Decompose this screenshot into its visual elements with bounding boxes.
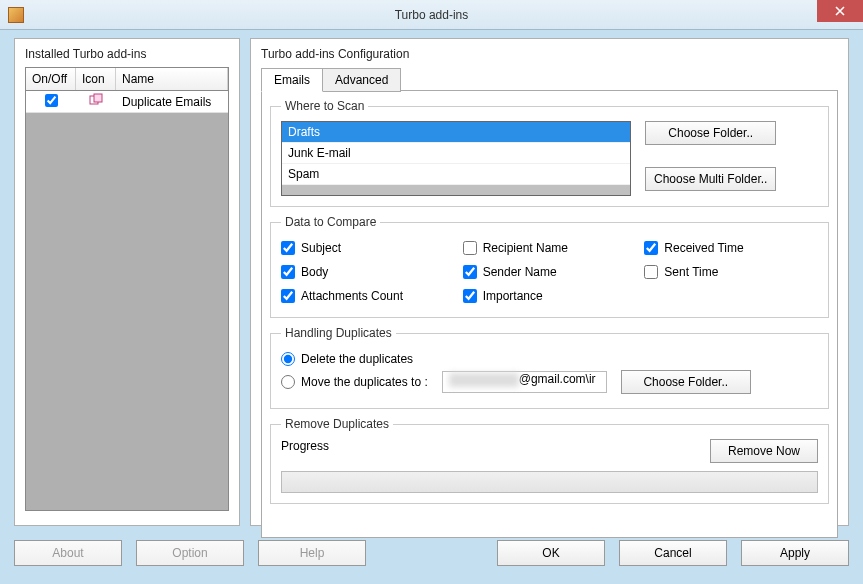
check-recipient-name[interactable]: Recipient Name <box>463 241 637 255</box>
option-button[interactable]: Option <box>136 540 244 566</box>
cancel-button[interactable]: Cancel <box>619 540 727 566</box>
radio-move-duplicates[interactable]: Move the duplicates to : <box>281 375 428 389</box>
installed-addins-heading: Installed Turbo add-ins <box>25 47 229 61</box>
folder-item[interactable]: Junk E-mail <box>282 143 630 164</box>
close-button[interactable] <box>817 0 863 22</box>
check-importance[interactable]: Importance <box>463 289 637 303</box>
check-attachments-count[interactable]: Attachments Count <box>281 289 455 303</box>
config-tabs: Emails Advanced <box>261 67 838 91</box>
about-button[interactable]: About <box>14 540 122 566</box>
choose-folder-button[interactable]: Choose Folder.. <box>645 121 776 145</box>
addins-grid[interactable]: On/Off Icon Name Duplicate Emails <box>25 67 229 511</box>
folder-item[interactable]: Spam <box>282 164 630 185</box>
configuration-panel: Turbo add-ins Configuration Emails Advan… <box>250 38 849 526</box>
remove-duplicates-legend: Remove Duplicates <box>281 417 393 431</box>
titlebar: Turbo add-ins <box>0 0 863 30</box>
addin-row[interactable]: Duplicate Emails <box>26 91 228 113</box>
tab-emails[interactable]: Emails <box>261 68 323 92</box>
radio-delete-duplicates[interactable]: Delete the duplicates <box>281 352 818 366</box>
folder-list[interactable]: DraftsJunk E-mailSpam <box>281 121 631 196</box>
check-sent-time[interactable]: Sent Time <box>644 265 818 279</box>
installed-addins-panel: Installed Turbo add-ins On/Off Icon Name… <box>14 38 240 526</box>
ok-button[interactable]: OK <box>497 540 605 566</box>
window-title: Turbo add-ins <box>395 8 469 22</box>
handling-choose-folder-button[interactable]: Choose Folder.. <box>621 370 751 394</box>
duplicate-emails-icon <box>89 93 103 107</box>
progress-label: Progress <box>281 439 329 453</box>
addin-enabled-checkbox[interactable] <box>45 94 58 107</box>
check-sender-name[interactable]: Sender Name <box>463 265 637 279</box>
grid-header: On/Off Icon Name <box>26 68 228 91</box>
move-target-input[interactable]: @gmail.com\ir <box>442 371 607 393</box>
close-icon <box>835 6 845 16</box>
check-body[interactable]: Body <box>281 265 455 279</box>
folder-item[interactable]: Drafts <box>282 122 630 143</box>
app-icon <box>8 7 24 23</box>
col-name[interactable]: Name <box>116 68 228 90</box>
remove-duplicates-group: Remove Duplicates Progress Remove Now <box>270 417 829 504</box>
progress-bar <box>281 471 818 493</box>
handling-duplicates-group: Handling Duplicates Delete the duplicate… <box>270 326 829 409</box>
where-to-scan-legend: Where to Scan <box>281 99 368 113</box>
configuration-heading: Turbo add-ins Configuration <box>261 47 838 61</box>
dialog-buttons: About Option Help OK Cancel Apply <box>0 534 863 576</box>
help-button[interactable]: Help <box>258 540 366 566</box>
handling-duplicates-legend: Handling Duplicates <box>281 326 396 340</box>
remove-now-button[interactable]: Remove Now <box>710 439 818 463</box>
tab-advanced[interactable]: Advanced <box>322 68 401 92</box>
svg-rect-1 <box>94 94 102 102</box>
tab-body-emails: Where to Scan DraftsJunk E-mailSpam Choo… <box>261 90 838 538</box>
data-to-compare-group: Data to Compare Subject Recipient Name R… <box>270 215 829 318</box>
col-icon[interactable]: Icon <box>76 68 116 90</box>
data-to-compare-legend: Data to Compare <box>281 215 380 229</box>
apply-button[interactable]: Apply <box>741 540 849 566</box>
check-subject[interactable]: Subject <box>281 241 455 255</box>
col-onoff[interactable]: On/Off <box>26 68 76 90</box>
where-to-scan-group: Where to Scan DraftsJunk E-mailSpam Choo… <box>270 99 829 207</box>
choose-multi-folder-button[interactable]: Choose Multi Folder.. <box>645 167 776 191</box>
check-received-time[interactable]: Received Time <box>644 241 818 255</box>
addin-name: Duplicate Emails <box>116 93 228 111</box>
